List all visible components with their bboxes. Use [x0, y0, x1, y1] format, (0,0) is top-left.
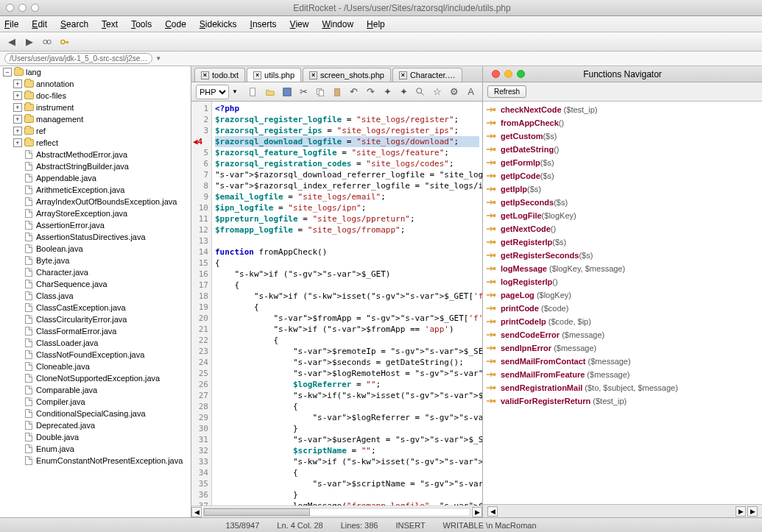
code-line[interactable] — [215, 235, 479, 247]
function-item[interactable]: sendCodeError ($message) — [486, 328, 759, 341]
menu-help[interactable]: Help — [367, 19, 385, 29]
scroll-right-icon[interactable]: ▶ — [735, 506, 746, 517]
tree-folder[interactable]: +doc-files — [0, 90, 191, 102]
menu-code[interactable]: Code — [165, 19, 186, 29]
function-item[interactable]: logRegisterIp() — [486, 275, 759, 288]
function-item[interactable]: sendIpnError ($message) — [486, 341, 759, 355]
expand-icon[interactable]: + — [13, 138, 22, 147]
code-line[interactable]: { — [215, 280, 479, 291]
function-item[interactable]: sendMailFromFeature ($message) — [486, 368, 759, 381]
code-text[interactable]: <?php$razorsql_register_logfile = "site_… — [212, 102, 482, 506]
tree-file[interactable]: ClassFormatError.java — [0, 325, 191, 337]
scroll-thumb[interactable] — [204, 508, 310, 516]
window-controls[interactable] — [6, 4, 39, 12]
tree-file[interactable]: ConditionalSpecialCasing.java — [0, 408, 191, 419]
expand-icon[interactable]: + — [13, 127, 22, 135]
panel-close-icon[interactable] — [492, 70, 500, 78]
code-line[interactable]: { — [215, 401, 479, 412]
editor-horizontal-scrollbar[interactable]: ◀ ▶ — [191, 506, 482, 517]
code-line[interactable]: } — [215, 489, 479, 500]
code-line[interactable]: $ppreturn_logfile = "site_logs/ppreturn"… — [215, 213, 479, 224]
code-line[interactable]: $scriptName = ""; — [215, 445, 479, 456]
tree-file[interactable]: ClassNotFoundException.java — [0, 349, 191, 361]
tree-file[interactable]: Cloneable.java — [0, 361, 191, 372]
file-tree-sidebar[interactable]: −lang+annotation+doc-files+instrument+ma… — [0, 66, 191, 517]
code-line[interactable]: $email_logfile = "site_logs/email"; — [215, 191, 479, 202]
tree-file[interactable]: ClassLoader.java — [0, 337, 191, 349]
zoom-icon[interactable] — [31, 4, 39, 12]
code-line[interactable]: { — [215, 258, 479, 269]
wand-icon[interactable]: ✦ — [381, 85, 395, 99]
star-icon[interactable]: ☆ — [431, 85, 445, 99]
tree-file[interactable]: CloneNotSupportedException.java — [0, 372, 191, 384]
cut-icon[interactable]: ✂ — [297, 85, 311, 99]
tab-Character-[interactable]: ×Character.… — [392, 68, 462, 82]
panel-window-controls[interactable] — [492, 70, 525, 78]
code-line[interactable]: "s-var">$fromApp = "s-gv">"s-var">$_GET[… — [215, 313, 479, 324]
code-line[interactable]: "s-kw">if ("s-var">$fromApp == 'app') — [215, 324, 479, 335]
tree-file[interactable]: Double.java — [0, 431, 191, 443]
tab-close-icon[interactable]: × — [253, 71, 261, 79]
open-folder-icon[interactable] — [264, 85, 278, 99]
tree-file[interactable]: ArrayStoreException.java — [0, 208, 191, 219]
gear-icon[interactable]: ⚙ — [448, 85, 462, 99]
code-line[interactable]: { — [215, 467, 479, 478]
save-icon[interactable] — [280, 85, 294, 99]
tab-todo-txt[interactable]: ×todo.txt — [194, 68, 245, 82]
code-line[interactable]: { — [215, 302, 479, 313]
menu-search[interactable]: Search — [60, 19, 88, 29]
tree-file[interactable]: ClassCircularityError.java — [0, 313, 191, 325]
code-line[interactable]: logMessage("fromapp_logfile", "s-var">$s… — [215, 500, 479, 506]
code-line[interactable]: "s-var">$logReferrer = "s-gv">"s-var">$_… — [215, 412, 479, 423]
copy-icon[interactable] — [314, 85, 328, 99]
code-line[interactable]: $logReferrer = ""; — [215, 379, 479, 390]
code-line[interactable]: $razorsql_register_ips = "site_logs/regi… — [215, 125, 479, 136]
binoculars-icon[interactable] — [40, 35, 54, 49]
scroll-left-icon[interactable]: ◀ — [487, 506, 498, 517]
tree-file[interactable]: Comparable.java — [0, 384, 191, 396]
tree-file[interactable]: EnumConstantNotPresentException.java — [0, 455, 191, 467]
find-icon[interactable] — [414, 85, 428, 99]
back-icon[interactable]: ◀ — [4, 35, 19, 49]
function-item[interactable]: sendRegistrationMail ($to, $subject, $me… — [486, 381, 759, 394]
function-item[interactable]: getRegisterIp($s) — [486, 235, 759, 249]
function-item[interactable]: validForRegisterReturn ($test_ip) — [486, 394, 759, 408]
function-item[interactable]: getDateString() — [486, 143, 759, 156]
scroll-right-icon[interactable]: ▶ — [472, 507, 482, 517]
expand-icon[interactable]: + — [13, 103, 22, 112]
function-item[interactable]: sendMailFromContact ($message) — [486, 355, 759, 368]
path-address[interactable]: /Users/user/java/jdk-1_5_0-src-scsl/j2se… — [4, 53, 152, 64]
function-item[interactable]: getLogFile($logKey) — [486, 209, 759, 222]
code-line[interactable]: } — [215, 423, 479, 434]
tab-close-icon[interactable]: × — [201, 71, 209, 79]
tree-file[interactable]: Character.java — [0, 266, 191, 278]
menu-inserts[interactable]: Inserts — [250, 19, 277, 29]
expand-icon[interactable]: + — [13, 91, 22, 100]
tree-file[interactable]: ArrayIndexOutOfBoundsException.java — [0, 196, 191, 208]
code-line[interactable]: $razorsql_registration_codes = "site_log… — [215, 158, 479, 169]
language-selector[interactable]: PHP — [196, 85, 229, 99]
panel-scrollbar[interactable]: ◀ ▶ ▶ — [483, 504, 762, 517]
code-line[interactable]: $razorsql_download_logfile = "site_logs/… — [215, 136, 479, 147]
new-file-icon[interactable] — [247, 85, 261, 99]
code-line[interactable]: "s-var">$razorsql_download_referrer_logf… — [215, 169, 479, 180]
tree-file[interactable]: Byte.java — [0, 255, 191, 266]
code-line[interactable]: "s-var">$scriptName = "s-gv">"s-var">$_S… — [215, 478, 479, 489]
tree-file[interactable]: Enum.java — [0, 443, 191, 455]
tree-file[interactable]: AssertionStatusDirectives.java — [0, 231, 191, 243]
code-line[interactable]: "s-var">$remoteIp = "s-gv">"s-var">$_SER… — [215, 346, 479, 357]
function-item[interactable]: pageLog ($logKey) — [486, 288, 759, 302]
function-item[interactable]: getNextCode() — [486, 222, 759, 235]
redo-icon[interactable]: ↷ — [364, 85, 378, 99]
scroll-left-icon[interactable]: ◀ — [191, 507, 202, 517]
code-line[interactable]: "s-kw">if ("s-gv">"s-var">$_GET) — [215, 269, 479, 280]
code-line[interactable]: "s-var">$userAgent = "s-gv">"s-var">$_SE… — [215, 434, 479, 445]
menu-sidekicks[interactable]: Sidekicks — [200, 19, 237, 29]
code-line[interactable]: <?php — [215, 103, 479, 114]
tree-file[interactable]: Class.java — [0, 290, 191, 302]
function-item[interactable]: getIpSeconds($s) — [486, 196, 759, 209]
code-line[interactable]: { — [215, 335, 479, 346]
functions-list[interactable]: checkNextCode ($test_ip)fromAppCheck()ge… — [483, 102, 762, 504]
function-item[interactable]: getRegisterSeconds($s) — [486, 249, 759, 262]
tree-folder[interactable]: +annotation — [0, 78, 191, 90]
